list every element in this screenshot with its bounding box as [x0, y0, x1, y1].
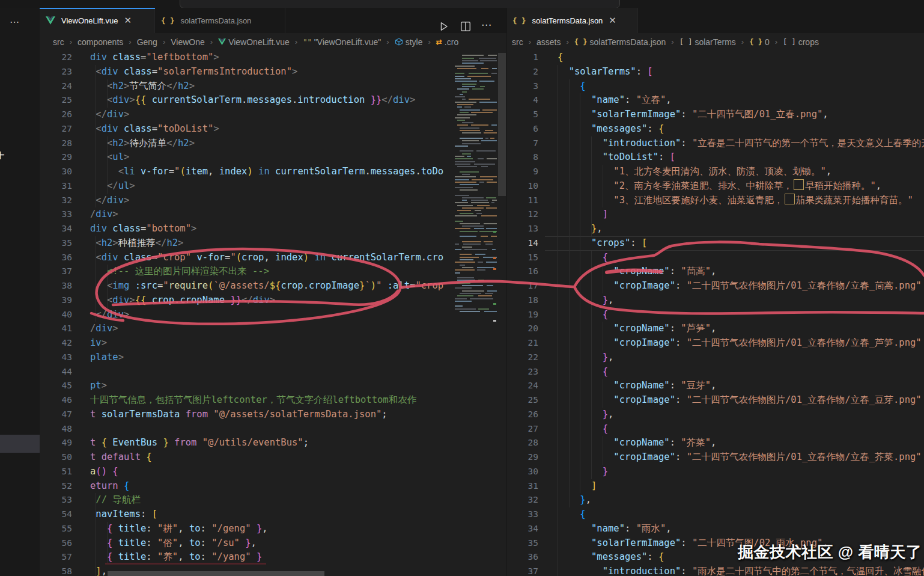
code-line[interactable]: t { EventBus } from "@/utils/eventBus"; [90, 436, 309, 450]
code-line[interactable]: { title: "耕", to: "/geng" }, [90, 522, 268, 536]
code-line[interactable]: "solarTerms": [ [558, 65, 653, 79]
code-line[interactable]: "messages": { [558, 122, 664, 136]
code-line[interactable]: "introduction": "立春是二十四节气的第一个节气，是天文意义上春季… [558, 136, 924, 151]
more-actions-icon[interactable]: ⋯ [481, 19, 491, 31]
code-line[interactable]: t default { [90, 450, 152, 465]
breadcrumb-item[interactable]: Geng [137, 37, 157, 47]
code-line[interactable]: <h2>节气简介</h2> [90, 79, 195, 94]
breadcrumb-item[interactable]: { }solatTermsData.json [574, 37, 666, 47]
code-line[interactable]: "3、江淮地区要施好小麦、油菜返青肥，茄果类蔬菜开始播种育苗。" [558, 194, 913, 208]
line-number: 8 [506, 150, 538, 165]
minimap-line [457, 280, 475, 281]
code-line[interactable]: <div class="crop" v-for="(crop, index) i… [90, 251, 443, 265]
code-line[interactable]: "cropImage": "二十四节气农作物图片/01_立春作物/立春_茼蒿.p… [558, 279, 922, 293]
breadcrumb-item[interactable]: assets [536, 37, 561, 47]
code-line[interactable]: { [558, 51, 563, 65]
code-line[interactable]: eturn { [90, 479, 129, 494]
editor-viewonelift[interactable]: 22div class="leftbottom">23 <div class="… [40, 51, 454, 576]
code-line[interactable]: ] [558, 479, 597, 494]
code-line[interactable]: "messages": { [558, 550, 664, 565]
code-line[interactable]: <div class="solarTermsIntroduction"> [90, 65, 297, 79]
code-line[interactable]: /div> [90, 207, 118, 222]
close-icon[interactable]: ✕ [609, 15, 616, 26]
code-line[interactable]: }, [558, 493, 591, 507]
code-line[interactable]: plate> [90, 351, 124, 365]
code-line[interactable]: <div>{{ crop.cropName }}</div> [90, 293, 275, 308]
code-line[interactable]: "cropName": "芥菜", [558, 436, 716, 450]
code-line[interactable]: "cropName": "豆芽", [558, 379, 716, 393]
vertical-scrollbar[interactable] [498, 53, 506, 196]
breadcrumb-item[interactable]: src [512, 37, 523, 47]
code-line[interactable]: div class="bottom"> [90, 222, 196, 236]
breadcrumb-item[interactable]: ⇄.cro [436, 37, 458, 47]
breadcrumb-item[interactable]: style [395, 37, 423, 47]
code-line[interactable]: iv> [90, 336, 107, 351]
code-line[interactable]: }, [558, 293, 613, 308]
tab-viewonelift-vue[interactable]: ViewOneLift.vue ✕ [40, 8, 155, 33]
code-line[interactable]: <li v-for="(item, index) in currentSolar… [90, 165, 443, 179]
code-line[interactable]: "name": "雨水", [558, 522, 672, 536]
breadcrumb-item[interactable]: [ ]crops [783, 37, 819, 47]
code-line[interactable]: { [558, 79, 586, 94]
code-line[interactable]: 十四节气信息，包括节气图片leftconter，节气文字介绍leftbottom… [90, 393, 416, 408]
code-line[interactable]: "toDoList": [ [558, 150, 675, 165]
code-line[interactable]: <!-- 这里的图片同样渲染不出来 --> [90, 265, 269, 279]
code-line[interactable]: navItems: [ [90, 507, 157, 522]
breadcrumb-item[interactable]: { }0 [749, 37, 769, 47]
close-icon[interactable]: ✕ [124, 15, 132, 26]
indent-guide [603, 165, 603, 207]
code-line[interactable]: <h2>待办清单</h2> [90, 136, 195, 151]
code-line[interactable]: "1、北方冬麦田清沟、沥水、防渍、顶凌、划锄。", [558, 165, 831, 179]
breadcrumb-item[interactable]: src [53, 37, 64, 47]
code-line[interactable]: "cropName": "茼蒿", [558, 265, 716, 279]
code-line[interactable]: "introduction": "雨水是二十四节气中的第二个节气，气温回升、冰雪… [558, 565, 924, 576]
code-line[interactable]: { [558, 365, 608, 379]
code-line[interactable]: "solarTermImage": "二十四节气图/01_立春.png", [558, 108, 828, 122]
editor-group-sash[interactable] [506, 8, 507, 576]
code-line[interactable]: "crops": [ [558, 236, 647, 251]
code-line[interactable]: { [558, 251, 608, 265]
code-line[interactable]: { [558, 308, 608, 322]
code-line[interactable]: "cropImage": "二十四节气农作物图片/01_立春作物/立春_芥菜.p… [558, 450, 922, 465]
breadcrumb-item[interactable]: components [78, 37, 123, 47]
code-line[interactable]: t solarTermsData from "@/assets/solatTer… [90, 408, 388, 422]
breadcrumb-item[interactable]: [ ]solarTerms [679, 37, 736, 47]
code-line[interactable]: { [558, 507, 586, 522]
code-line[interactable]: "name": "立春", [558, 93, 672, 108]
minimap-decoration [493, 320, 496, 322]
code-line[interactable]: { [558, 422, 608, 437]
code-line[interactable]: "cropImage": "二十四节气农作物图片/01_立春作物/立春_豆芽.p… [558, 393, 922, 408]
code-line[interactable]: <img :src="require(`@/assets/${crop.crop… [90, 279, 443, 293]
code-line[interactable]: // 导航栏 [90, 493, 141, 507]
tab-solattermsdata-json[interactable]: { } solatTermsData.json ✕ [506, 8, 638, 33]
breadcrumb-item[interactable]: ViewOneLift.vue [218, 37, 290, 47]
horizontal-scrollbar[interactable] [108, 571, 324, 576]
code-line[interactable]: }, [558, 351, 613, 365]
code-line[interactable]: "2、南方冬季油菜追肥、排水、中耕除草，早稻开始播种。", [558, 179, 881, 194]
code-line[interactable]: </ul> [90, 179, 135, 194]
breadcrumb-item[interactable]: """ViewOneLift.vue" [303, 37, 381, 47]
command-center[interactable] [180, 0, 620, 8]
minimap[interactable] [454, 51, 498, 327]
editor-solattermsdata[interactable]: 1{2 "solarTerms": [3 {4 "name": "立春",5 "… [506, 51, 924, 576]
breadcrumb-item[interactable]: ViewOne [171, 37, 205, 47]
code-line[interactable]: }, [558, 408, 613, 422]
code-line[interactable]: <div class="toDoList"> [90, 122, 219, 136]
code-line[interactable]: { title: "俗", to: "/su" }, [90, 536, 257, 551]
more-actions-icon[interactable]: ⋯ [10, 16, 20, 28]
code-line[interactable]: <h2>种植推荐</h2> [90, 236, 183, 251]
code-line[interactable]: div class="leftbottom"> [90, 51, 219, 65]
run-icon[interactable] [439, 21, 449, 34]
code-line[interactable]: <div>{{ currentSolarTerm.messages.introd… [90, 93, 415, 108]
code-line[interactable]: /div> [90, 322, 118, 336]
code-line[interactable]: "cropImage": "二十四节气农作物图片/01_立春作物/立春_芦笋.p… [558, 336, 922, 351]
code-line[interactable]: "cropName": "芦笋", [558, 322, 716, 336]
code-line[interactable]: pt> [90, 379, 107, 393]
split-editor-icon[interactable] [460, 21, 471, 34]
code-line[interactable]: a() { [90, 465, 118, 479]
code-line[interactable]: ] [558, 207, 608, 222]
tab-solattermsdata-json[interactable]: { } solatTermsData.json [155, 8, 285, 33]
minimap-line [455, 202, 468, 203]
code-line[interactable]: } [558, 465, 608, 479]
code-line[interactable]: ], [90, 565, 107, 576]
